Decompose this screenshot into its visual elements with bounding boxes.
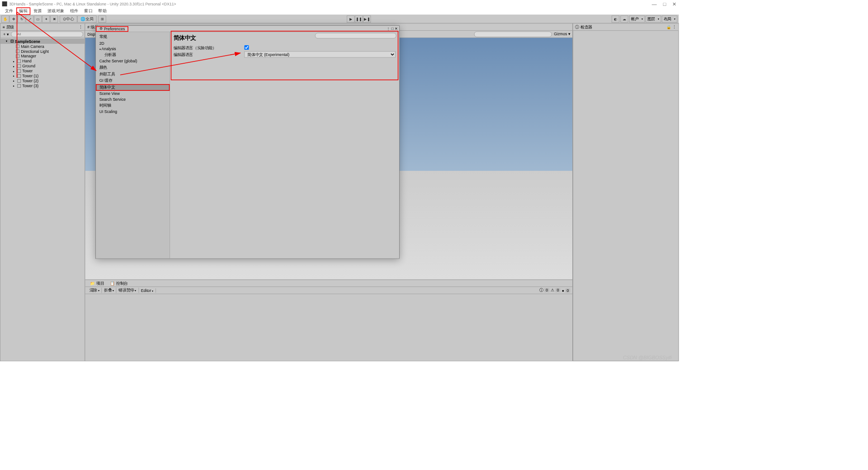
rect-tool-button[interactable]: ▭ xyxy=(34,15,42,23)
pref-lang-exp-label: 编辑器语言（实验功能） xyxy=(174,45,244,51)
console-collapse-button[interactable]: 折叠 xyxy=(102,288,116,293)
console-clear-button[interactable]: 清除 xyxy=(87,288,102,293)
preferences-window: ⚙ Preferences ⋮ □ ✕ 常规 2D Analysis 分析器 C… xyxy=(95,25,400,258)
scene-search-input[interactable] xyxy=(474,31,552,37)
gizmos-dropdown[interactable]: Gizmos ▾ xyxy=(554,32,570,36)
preferences-sidebar: 常规 2D Analysis 分析器 Cache Server (global)… xyxy=(96,32,170,258)
inspector-tab[interactable]: ⓘ 检查器 xyxy=(575,24,592,30)
hierarchy-node[interactable]: ▸Ground xyxy=(0,64,85,69)
close-button[interactable]: ✕ xyxy=(672,1,676,7)
pref-lang-exp-checkbox[interactable] xyxy=(244,45,249,50)
pref-item-profiler[interactable]: 分析器 xyxy=(96,52,170,58)
window-title: 3DHands - SampleScene - PC, Mac & Linux … xyxy=(9,2,176,6)
hierarchy-node[interactable]: Main Camera xyxy=(0,44,85,49)
hierarchy-menu-icon[interactable]: ⋮ xyxy=(79,25,83,29)
info-count-icon[interactable]: ⓘ 0 xyxy=(539,288,549,293)
collab-button[interactable]: ◐ xyxy=(612,15,619,23)
transform-tool-button[interactable]: ✦ xyxy=(42,15,50,23)
pause-button[interactable]: ❚❚ xyxy=(355,15,363,23)
custom-tool-button[interactable]: ✖ xyxy=(50,15,58,23)
menu-component[interactable]: 组件 xyxy=(67,7,81,14)
pref-close-icon[interactable]: ✕ xyxy=(395,27,397,31)
play-button[interactable]: ▶ xyxy=(347,15,354,23)
pivot-rotation-button[interactable]: 🌐 全局 xyxy=(77,15,96,23)
pref-lang-dropdown[interactable]: 简体中文 (Experimental) xyxy=(244,51,396,57)
error-count-icon[interactable]: ● 0 xyxy=(562,288,571,292)
pref-item-chinese[interactable]: 简体中文 xyxy=(96,84,170,91)
cloud-button[interactable]: ☁ xyxy=(620,15,628,23)
pref-menu-icon[interactable]: ⋮ xyxy=(387,27,390,31)
console-editor-button[interactable]: Editor xyxy=(139,288,156,292)
inspector-panel: ⓘ 检查器 🔒 ⋮ xyxy=(573,24,679,362)
hierarchy-search-input[interactable] xyxy=(11,31,83,37)
window-titlebar: 3DHands - SampleScene - PC, Mac & Linux … xyxy=(0,0,679,8)
layout-dropdown[interactable]: 布局 xyxy=(662,15,677,23)
menubar: 文件 编辑 资源 游戏对象 组件 窗口 帮助 xyxy=(0,8,679,15)
pivot-mode-button[interactable]: ⊙ 中心 xyxy=(60,15,77,23)
menu-edit[interactable]: 编辑 xyxy=(16,7,30,14)
pref-item-2d[interactable]: 2D xyxy=(96,40,170,46)
preferences-search-input[interactable] xyxy=(315,33,396,39)
main-toolbar: ✋ ✥ ↻ ⤢ ▭ ✦ ✖ ⊙ 中心 🌐 全局 ⊞ ▶ ❚❚ ▶❚ ◐ ☁ 帐户… xyxy=(0,15,679,24)
menu-file[interactable]: 文件 xyxy=(2,7,16,14)
scale-tool-button[interactable]: ⤢ xyxy=(26,15,33,23)
move-tool-button[interactable]: ✥ xyxy=(9,15,17,23)
menu-help[interactable]: 帮助 xyxy=(95,7,109,14)
snap-button[interactable]: ⊞ xyxy=(98,15,106,23)
pref-item-general[interactable]: 常规 xyxy=(96,33,170,40)
layers-dropdown[interactable]: 图层 xyxy=(646,15,661,23)
step-button[interactable]: ▶❚ xyxy=(363,15,371,23)
inspector-menu-icon[interactable]: 🔒 ⋮ xyxy=(666,25,676,29)
project-tab[interactable]: 📁 项目 xyxy=(87,281,107,286)
console-error-pause-button[interactable]: 错误暂停 xyxy=(117,288,139,293)
pref-item-gi[interactable]: GI 缓存 xyxy=(96,77,170,84)
project-console-panel: 📁 项目 📋 控制台 清除 折叠 错误暂停 Editor ⓘ 0 ⚠ 0 ● 0 xyxy=(85,280,572,361)
hierarchy-node[interactable]: Manager xyxy=(0,54,85,59)
pref-item-colors[interactable]: 颜色 xyxy=(96,64,170,71)
account-dropdown[interactable]: 帐户 xyxy=(629,15,645,23)
hierarchy-node[interactable]: ▸Tower xyxy=(0,69,85,74)
maximize-button[interactable]: □ xyxy=(663,1,666,7)
pref-item-timeline[interactable]: 时间轴 xyxy=(96,102,170,109)
menu-window[interactable]: 窗口 xyxy=(81,7,95,14)
menu-assets[interactable]: 资源 xyxy=(30,7,44,14)
pref-item-cache[interactable]: Cache Server (global) xyxy=(96,58,170,64)
scene-root-node[interactable]: ⊡ SampleScene xyxy=(0,38,85,44)
hierarchy-add-button[interactable]: + ▾ xyxy=(2,32,10,37)
pref-item-uiscaling[interactable]: UI Scaling xyxy=(96,109,170,115)
hierarchy-tab[interactable]: ≡ 层级 xyxy=(2,24,14,30)
hierarchy-panel: ≡ 层级 ⋮ + ▾ ⊡ SampleScene Main Camera Dir… xyxy=(0,24,85,362)
unity-icon xyxy=(2,1,7,6)
gear-icon: ⚙ xyxy=(99,27,103,31)
hierarchy-node[interactable]: ▸Tower (2) xyxy=(0,79,85,84)
hand-tool-button[interactable]: ✋ xyxy=(1,15,9,23)
pref-item-search[interactable]: Search Service xyxy=(96,96,170,102)
preferences-content: 简体中文 编辑器语言（实验功能） 编辑器语言 简体中文 (Experimenta… xyxy=(170,32,399,258)
watermark-text: CSDN @BIGBOSSyifi xyxy=(623,355,672,361)
hierarchy-node[interactable]: ▸Hand xyxy=(0,59,85,64)
console-tab[interactable]: 📋 控制台 xyxy=(107,281,131,286)
minimize-button[interactable]: — xyxy=(652,1,657,7)
pref-item-analysis[interactable]: Analysis xyxy=(96,46,170,52)
pref-lang-label: 编辑器语言 xyxy=(174,52,244,57)
hierarchy-node[interactable]: ▸Tower (3) xyxy=(0,84,85,89)
hierarchy-node[interactable]: ▸Tower (1) xyxy=(0,74,85,79)
pref-item-external[interactable]: 外部工具 xyxy=(96,70,170,77)
pref-item-sceneview[interactable]: Scene View xyxy=(96,91,170,97)
warn-count-icon[interactable]: ⚠ 0 xyxy=(551,288,560,292)
pref-maximize-icon[interactable]: □ xyxy=(392,27,394,31)
rotate-tool-button[interactable]: ↻ xyxy=(18,15,25,23)
preferences-tab[interactable]: ⚙ Preferences xyxy=(96,26,128,32)
hierarchy-node[interactable]: Directional Light xyxy=(0,49,85,54)
menu-gameobject[interactable]: 游戏对象 xyxy=(45,7,67,14)
hierarchy-tree[interactable]: ⊡ SampleScene Main Camera Directional Li… xyxy=(0,38,85,361)
